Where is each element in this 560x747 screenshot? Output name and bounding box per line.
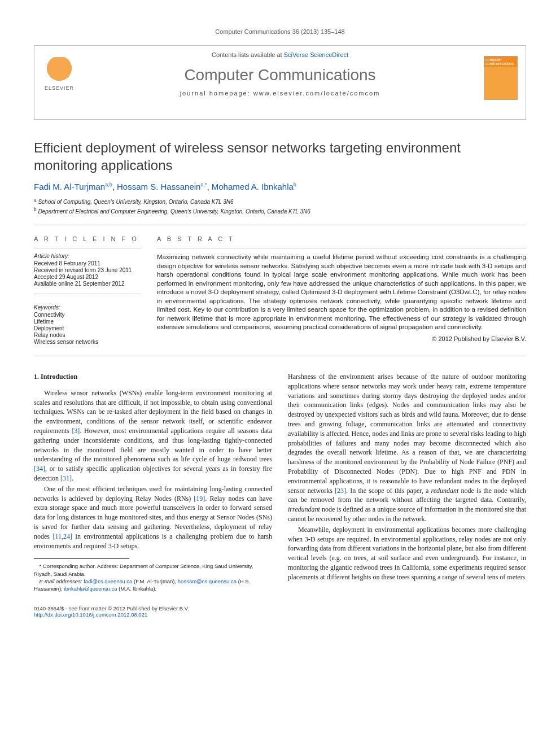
doi-link[interactable]: http://dx.doi.org/10.1016/j.comcom.2012.… xyxy=(34,611,147,618)
author-link[interactable]: Fadi M. Al-Turjman xyxy=(34,182,105,191)
journal-header-box: ELSEVIER computer communications Content… xyxy=(34,45,526,120)
divider xyxy=(34,356,526,356)
author-link[interactable]: Hossam S. Hassanein xyxy=(117,182,200,191)
author-link[interactable]: Mohamed A. Ibnkahla xyxy=(212,182,294,191)
keyword: Relay nodes xyxy=(34,332,141,338)
journal-homepage: journal homepage: www.elsevier.com/locat… xyxy=(42,90,518,97)
article-info-column: A R T I C L E I N F O Article history: R… xyxy=(34,235,141,346)
keyword: Wireless sensor networks xyxy=(34,339,141,345)
body-paragraph: Meanwhile, deployment in environmental a… xyxy=(288,525,526,582)
journal-name: Computer Communications xyxy=(42,66,518,84)
affiliation: b Department of Electrical and Computer … xyxy=(34,207,526,215)
history-item: Accepted 29 August 2012 xyxy=(34,274,141,280)
keyword: Lifetime xyxy=(34,318,141,325)
body-paragraph: Wireless sensor networks (WSNs) enable l… xyxy=(34,388,272,483)
body-two-column: 1. Introduction Wireless sensor networks… xyxy=(34,372,526,593)
body-paragraph: One of the most efficient techniques use… xyxy=(34,484,272,551)
sciencedirect-link[interactable]: SciVerse ScienceDirect xyxy=(284,51,348,58)
divider xyxy=(34,225,526,225)
history-item: Received in revised form 23 June 2011 xyxy=(34,267,141,273)
email-link[interactable]: fadi@cs.queensu.ca xyxy=(84,578,132,584)
journal-cover-thumbnail: computer communications xyxy=(484,56,518,100)
elsevier-logo: ELSEVIER xyxy=(42,57,76,97)
ref-link[interactable]: [11,24] xyxy=(53,532,73,540)
body-paragraph: Harshness of the environment arises beca… xyxy=(288,372,526,524)
abstract-text: Maximizing network connectivity while ma… xyxy=(157,253,526,332)
ref-link[interactable]: [34] xyxy=(34,465,45,473)
keyword: Connectivity xyxy=(34,312,141,318)
email-link[interactable]: hossam@cs.queensu.ca xyxy=(178,578,237,584)
affiliation: a School of Computing, Queen's Universit… xyxy=(34,197,526,205)
meta-abstract-row: A R T I C L E I N F O Article history: R… xyxy=(34,235,526,346)
footnote-separator xyxy=(34,558,129,559)
keyword: Deployment xyxy=(34,325,141,331)
page-root: Computer Communications 36 (2013) 135–14… xyxy=(0,0,560,640)
ref-link[interactable]: [19] xyxy=(194,495,205,503)
header-citation: Computer Communications 36 (2013) 135–14… xyxy=(34,28,526,35)
ref-link[interactable]: [31] xyxy=(60,474,72,482)
author-list: Fadi M. Al-Turjmana,b, Hossam S. Hassane… xyxy=(34,182,526,191)
history-item: Available online 21 September 2012 xyxy=(34,281,141,287)
email-link[interactable]: ibnkahla@queensu.ca xyxy=(64,586,117,592)
history-label: Article history: xyxy=(34,253,141,259)
article-title: Efficient deployment of wireless sensor … xyxy=(34,139,526,174)
keywords-label: Keywords: xyxy=(34,304,141,311)
email-addresses: E-mail addresses: fadi@cs.queensu.ca (F.… xyxy=(34,578,272,593)
copyright-line: © 2012 Published by Elsevier B.V. xyxy=(157,335,526,342)
section-heading-intro: 1. Introduction xyxy=(34,372,272,382)
ref-link[interactable]: [23] xyxy=(335,487,346,495)
abstract-heading: A B S T R A C T xyxy=(157,235,526,242)
contents-lists-line: Contents lists available at SciVerse Sci… xyxy=(42,51,518,58)
abstract-column: A B S T R A C T Maximizing network conne… xyxy=(157,235,526,346)
article-info-heading: A R T I C L E I N F O xyxy=(34,235,141,242)
history-item: Received 8 February 2011 xyxy=(34,260,141,267)
footer-front-matter: 0140-3664/$ - see front matter © 2012 Pu… xyxy=(34,605,526,618)
ref-link[interactable]: [3] xyxy=(72,427,80,435)
corresponding-author-note: * Corresponding author. Address: Departm… xyxy=(34,562,272,578)
